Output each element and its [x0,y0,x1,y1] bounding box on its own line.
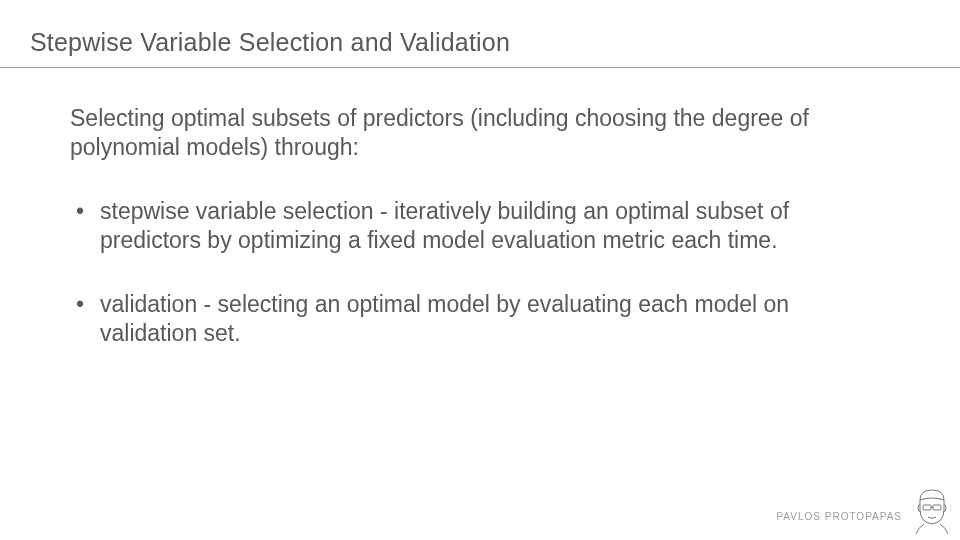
bullet-list: stepwise variable selection - iterativel… [70,197,890,349]
title-rule [0,67,960,68]
svg-rect-1 [933,505,941,510]
svg-rect-0 [923,505,931,510]
list-item: validation - selecting an optimal model … [70,290,890,349]
author-name: PAVLOS PROTOPAPAS [776,511,902,522]
bullet-text: validation - selecting an optimal model … [100,291,789,346]
slide-body: Selecting optimal subsets of predictors … [70,104,890,383]
slide: Stepwise Variable Selection and Validati… [0,0,960,540]
slide-title: Stepwise Variable Selection and Validati… [30,28,510,57]
bullet-text: stepwise variable selection - iterativel… [100,198,789,253]
list-item: stepwise variable selection - iterativel… [70,197,890,256]
intro-text: Selecting optimal subsets of predictors … [70,104,890,163]
avatar-icon [912,486,952,534]
